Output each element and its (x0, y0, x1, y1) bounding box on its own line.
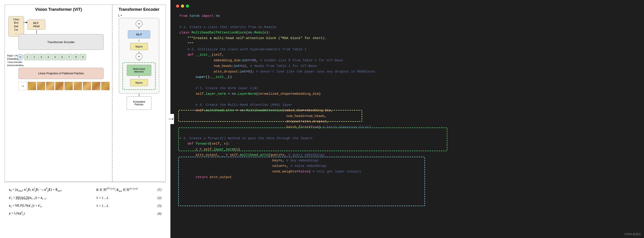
diagram-section: Vision Transformer (ViT) ClassBirdBallCa… (4, 5, 166, 182)
norm-top-label: Norm (136, 45, 142, 48)
mha-label: Multi-HeadAttention (133, 68, 145, 73)
token-1: 1 (24, 54, 30, 60)
arrow-class-to-mlp (23, 20, 28, 25)
code-line-class: class MultiheadSelfAttentionBlock(nn.Mod… (180, 30, 635, 36)
code-line-comment5: # 5. Create a forward() method to pass t… (180, 136, 635, 141)
patches-row: → (18, 82, 110, 90)
code-line-mha1: self.multihead_attn = nn.MultiheadAttent… (180, 108, 635, 114)
equation-1: z0 = [xclass; x1pE; x2pE; ···; xNpE] + E… (9, 186, 162, 193)
token-8: 8 (73, 54, 79, 60)
plus-mid: + (136, 53, 142, 60)
norm-bot-label: Norm (136, 81, 142, 84)
mha-outer-box: Multi-HeadAttention Norm (122, 62, 156, 90)
vline4 (139, 60, 139, 61)
code-line-param1: embedding_dim:int=768, # Hidden size D f… (180, 58, 635, 64)
code-line-forward: def forward(self, x): (180, 141, 635, 147)
class-token: 0* (17, 54, 24, 60)
code-line-param3: attn_dropout:int=0): # doesn't look like… (180, 69, 635, 75)
arrow-mlp-to-enc (36, 30, 37, 35)
vline3 (139, 51, 139, 53)
vit-title: Vision Transformer (ViT) (7, 7, 110, 12)
code-line-init: def __init__(self, (180, 52, 635, 58)
patch-7 (83, 82, 91, 90)
equation-4: y = LN(z0L) (4) (9, 210, 162, 217)
l-times-label: L × (118, 14, 122, 17)
token-6: 6 (59, 54, 65, 60)
right-panel: from torch import nn # 1. Create a class… (170, 0, 644, 238)
code-line-super: super().__init__() (180, 75, 635, 80)
arrow-between-panels: → (168, 114, 174, 124)
vline2 (139, 40, 139, 42)
equations-section: z0 = [xclass; x1pE; x2pE; ···; xNpE] + E… (4, 182, 166, 233)
vit-diagram: Vision Transformer (ViT) ClassBirdBallCa… (5, 5, 112, 181)
encoder-outer-box: + MLP Norm + (119, 18, 159, 94)
code-line-doc1: """Creates a multi-head self-attention b… (180, 36, 635, 41)
code-line-fwd4: value=x, # value embeddings (180, 163, 635, 169)
code-line-param2: num_heads:int=12, # Heads from Table 1 f… (180, 64, 635, 69)
code-line-mha3: dropout=attn_dropout, (180, 119, 635, 125)
plus-top: + (136, 21, 142, 27)
mlp-enc-box: MLP (128, 30, 150, 38)
code-line-fwd3: key=x, # key embeddings (180, 158, 635, 164)
patch-8 (92, 82, 100, 90)
token-7: 7 (66, 54, 72, 60)
mlp-head-box: MLPHead (27, 20, 45, 30)
close-button[interactable] (176, 5, 179, 8)
code-line-comment3: # 3. Create the Norm layer (LN) (180, 86, 635, 91)
vline5 (139, 76, 139, 78)
patch-5 (64, 82, 73, 90)
norm-bot-box: Norm (130, 79, 148, 86)
token-row: 0* 1 2 3 4 5 6 7 8 9 (17, 54, 86, 60)
left-panel: Vision Transformer (ViT) ClassBirdBallCa… (0, 0, 170, 238)
maximize-button[interactable] (186, 5, 189, 8)
minimize-button[interactable] (181, 5, 184, 8)
patch-arrow: → (18, 82, 27, 90)
code-line-comment2: # 2. Initialize the class with hyperpara… (180, 47, 635, 53)
code-line-blank4 (180, 130, 635, 136)
forward-section: # 5. Create a forward() method to pass t… (180, 136, 635, 180)
mha-box: Multi-HeadAttention (127, 65, 151, 76)
code-line-fwd5: need_weights=False) # only get layer out… (180, 169, 635, 175)
mlp-head-label: MLPHead (33, 22, 40, 28)
code-line-fwd1: x = self.layer_norm(x) (180, 147, 635, 152)
patch-2 (37, 82, 45, 90)
encoder-title: Transformer Encoder (115, 7, 163, 12)
token-3: 3 (38, 54, 44, 60)
token-9: 9 (80, 54, 86, 60)
code-line-mha2: num_heads=num_heads, (180, 114, 635, 119)
code-area: from torch import nn # 1. Create a class… (180, 14, 635, 180)
patch-6 (74, 82, 82, 90)
code-line-comment4: # 4. Create the Multi-Head Attention (MS… (180, 102, 635, 108)
watermark: CSDN @系别 (624, 232, 641, 236)
code-wrapper: from torch import nn # 1. Create a class… (180, 14, 635, 180)
vline6 (139, 94, 139, 96)
mlp-enc-label: MLP (136, 33, 142, 36)
transformer-encoder-diagram: Transformer Encoder L × + MLP (112, 5, 166, 181)
code-line-mha4: batch_first=True) # batch dimension firs… (180, 125, 635, 130)
code-line-fwd2: attn_output, _ = self.multihead_attn(que… (180, 152, 635, 158)
equation-3: zℓ = MLP(LN(z′ℓ)) + z′ℓ, ℓ = 1…L (3) (9, 202, 162, 209)
embedded-patches-label: EmbeddedPatches (133, 100, 145, 106)
mha-section: # 4. Create the Multi-Head Attention (MS… (180, 102, 635, 130)
code-line-blank3 (180, 97, 635, 102)
code-line-doc2: """ (180, 41, 635, 47)
class-label: ClassBirdBallCar... (13, 18, 19, 35)
patch-1 (28, 82, 36, 90)
code-line-blank2 (180, 80, 635, 86)
equation-2: z′ℓ = MSA(LN(zℓ−1)) + zℓ−1, ℓ = 1…L (2) (9, 194, 162, 201)
code-line-return: return attn_output (180, 175, 635, 180)
code-line-layernorm: self.layer_norm = nn.LayerNorm(normalize… (180, 91, 635, 97)
code-line-comment1: # 1. Create a class that inherits from n… (180, 25, 635, 30)
patch-4 (55, 82, 64, 90)
embedded-patches-box: EmbeddedPatches (127, 96, 151, 110)
norm-top-box: Norm (130, 43, 148, 50)
transformer-encoder-box: Transformer Encoder (18, 34, 104, 50)
class-box: ClassBirdBallCar... (8, 16, 24, 37)
patch-9 (101, 82, 110, 90)
token-4: 4 (45, 54, 51, 60)
traffic-lights (176, 5, 189, 8)
transformer-encoder-label: Transformer Encoder (47, 40, 75, 44)
code-line-blank1 (180, 19, 635, 25)
norm-section: # 3. Create the Norm layer (LN) self.lay… (180, 86, 635, 97)
token-5: 5 (52, 54, 58, 60)
